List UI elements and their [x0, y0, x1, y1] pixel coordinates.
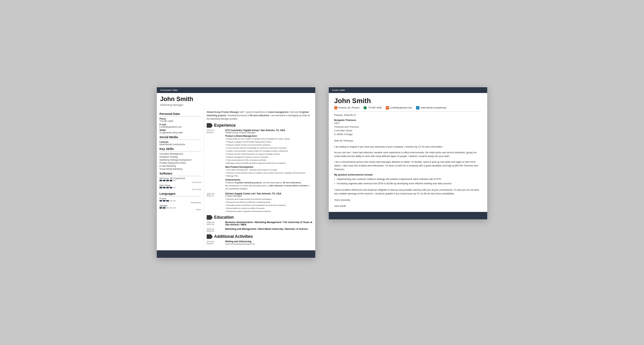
edu-date-1: 2005-09 -2007-05 [207, 221, 225, 226]
cl-phone: 📞 774-987-4009 [363, 106, 381, 109]
cv-name-area: John Smith Marketing Manager [157, 93, 315, 108]
cl-email: ✉ j.smith@uptowork.com [386, 106, 412, 109]
personal-data-title: Personal Data [159, 112, 201, 117]
dot [163, 207, 166, 209]
cl-achievement-2: Increasing regional sales revenue from $… [334, 182, 482, 185]
exp-jobtitle-2: Product Manager [225, 195, 313, 197]
language-item-1: French [159, 197, 201, 200]
exp-subsection-brand: Product & Brand Management: [225, 135, 313, 137]
cl-achievement-1: Implementing new customer relations stra… [334, 177, 482, 181]
activity-title-1: Writing and Influencing [225, 240, 313, 243]
dot [163, 180, 166, 181]
phone-icon: 📞 [363, 106, 367, 109]
cl-linkedin-text: www.linkedin.com/johnutw [420, 106, 446, 109]
cv-sidebar: Personal Data Phone 774-987-4009 E-mail … [157, 108, 204, 250]
activity-detail-1: www.mymarketingcampaigns.me [225, 243, 313, 246]
email-value: j.smith@uptowork.com [159, 126, 201, 128]
dot [173, 180, 176, 181]
education-section-header: Education [207, 215, 313, 220]
email-label: E-mail [159, 123, 201, 126]
dot [170, 207, 172, 209]
activities-arrow [207, 234, 213, 239]
cv-header-bar: Curriculum Vitae [157, 87, 315, 93]
list-item: Innovation Management [159, 153, 201, 155]
cl-closing-para: I have excellent references and would be… [334, 188, 482, 195]
cv-document: Curriculum Vitae John Smith Marketing Ma… [157, 87, 315, 258]
cl-recipient-title: CEO [334, 121, 482, 125]
exp-company-1: XYZ Cosmetics Capital Group / San Antoni… [225, 129, 313, 131]
languages-title: Languages [159, 192, 201, 196]
cl-recipient-company: Thomson and Thomson [334, 125, 482, 129]
cv-footer-button[interactable] [216, 251, 256, 257]
software-item-2: Mail Chimp [159, 184, 201, 187]
cl-header-label: Cover Letter [332, 89, 345, 91]
dot [173, 207, 176, 209]
cl-achievements-title: My greatest achievements include: [334, 174, 482, 176]
dot [170, 200, 172, 201]
education-entry-1: 2005-09 -2007-05 Business Administration… [207, 221, 313, 226]
cl-body: John Smith ● Phoenix, AZ, Phoenix 📞 774-… [329, 93, 487, 212]
dot [159, 207, 162, 209]
software-item-1: MS Excel, MS PowerPoint [159, 177, 201, 180]
dot [173, 200, 176, 201]
location-icon: ● [334, 106, 338, 109]
cv-main-content: Global Group Product Manager with 7 year… [204, 108, 315, 250]
activity-content-1: Writing and Influencing www.mymarketingc… [225, 240, 313, 246]
dot [163, 200, 166, 201]
www-label: WWW [159, 129, 201, 131]
education-entry-2: 2000-10 -2004-05 Marketing and Managemen… [207, 228, 313, 232]
languages-list: French Intermediate Spanish [159, 197, 201, 211]
exp-jobtitle-1: Global Group Product Manager [225, 131, 313, 134]
cl-footer-button[interactable] [329, 212, 369, 217]
language-level-1: Intermediate [159, 201, 201, 203]
education-title: Education [214, 215, 234, 220]
dot [163, 187, 166, 188]
cl-greeting: Dear Mr Thomson [334, 139, 482, 143]
cl-recipient-address: 1140 Main Street [334, 129, 482, 132]
list-item: Marketing Strategy Development [159, 159, 201, 161]
cv-header-label: Curriculum Vitae [160, 89, 178, 91]
cover-letter-document: Cover Letter John Smith ● Phoenix, AZ, P… [329, 87, 487, 219]
phone-label: Phone [159, 118, 201, 120]
exp-achievement-text: I finalized 10 global marketing projects… [225, 181, 313, 190]
key-skills-title: Key Skills [159, 147, 201, 152]
cl-sign-off: Yours sincerely [334, 198, 482, 202]
exp-date-1: 2010-12 -present [207, 129, 225, 190]
cv-body: Personal Data Phone 774-987-4009 E-mail … [157, 108, 315, 250]
software-level-2: Very Good [159, 188, 201, 190]
key-skills-list: Innovation Management Analytical Thinkin… [159, 153, 201, 170]
dot [173, 187, 176, 188]
cv-name: John Smith [160, 96, 312, 103]
exp-subsection-achievements: Achievements: [225, 179, 313, 181]
cv-footer [157, 250, 315, 258]
activity-date-1: 2012-01 -present [207, 240, 225, 246]
experience-title: Experience [214, 123, 236, 128]
dot [166, 187, 169, 188]
dot [159, 180, 162, 181]
edu-date-2: 2000-10 -2004-05 [207, 228, 225, 232]
language-level-2: Basic [159, 209, 201, 211]
experience-entry-2: 2007-09 -2010-11 Kitchen Supply Center L… [207, 192, 313, 213]
linkedin-value: www.linkedin.com/johnutw [159, 143, 201, 146]
cl-phone-text: 774-987-4009 [368, 106, 381, 109]
cv-subtitle: Marketing Manager [160, 103, 312, 106]
exp-subsection-npd: New Product Development: [225, 166, 313, 168]
list-item: Analytical Thinking [159, 156, 201, 158]
cl-signature: John Smith [334, 204, 482, 208]
cl-recipient-name: Benjamin Thomson [334, 119, 482, 121]
cl-footer [329, 212, 487, 219]
list-item: Social Media Marketing [159, 168, 201, 170]
phone-value: 774-987-4009 [159, 120, 201, 122]
social-media-title: Social Media [159, 135, 201, 140]
dot [170, 187, 172, 188]
exp-company-2: Kitchen Supply Center Ltd / San Antonio,… [225, 192, 313, 195]
dot [166, 200, 169, 201]
cl-date: Phoenix, 2016-05-17 [334, 114, 482, 116]
edu-content-1: Business Administration / Marketing Mana… [225, 221, 313, 226]
education-arrow [207, 215, 213, 220]
cl-recipient-city: IL 60605 Chicago [334, 132, 482, 136]
exp-desc-brand: • Responsible for the creation of global… [225, 137, 313, 165]
exp-desc-2: • Planned and implemented promotional ca… [225, 198, 313, 213]
cl-name: John Smith [334, 97, 482, 105]
dot [159, 200, 162, 201]
